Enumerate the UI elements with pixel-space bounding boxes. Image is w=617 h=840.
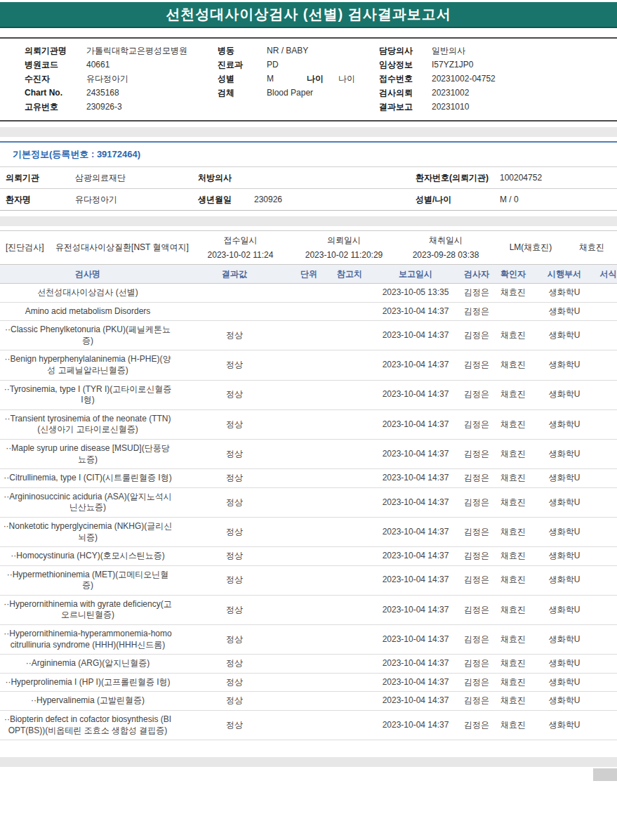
result-cell-examiner: 김정은 xyxy=(456,302,497,321)
result-cell-confirmer: 채효진 xyxy=(497,517,529,546)
result-cell-reported: 2023-10-04 14:37 xyxy=(375,380,456,409)
result-cell-result: 정상 xyxy=(175,565,293,595)
scrollbar-corner-button[interactable] xyxy=(593,768,617,781)
result-cell-reported: 2023-10-04 14:37 xyxy=(375,595,456,624)
request-datetime-field: 의뢰일시 2023-10-02 11:20:29 xyxy=(291,235,397,260)
col-header-test-name: 검사명 xyxy=(0,265,175,284)
info-row-sex-age: 성별 M 나이 나이 xyxy=(218,72,379,86)
col-header-reference: 참고치 xyxy=(324,265,375,284)
basic-info-requesting-org-label: 의뢰기관 xyxy=(0,172,75,184)
col-header-department: 시행부서 xyxy=(529,265,599,284)
report-title-banner: 선천성대사이상검사 (선별) 검사결과보고서 xyxy=(0,2,617,28)
result-cell-confirmer xyxy=(497,302,529,321)
field-label: 고유번호 xyxy=(25,101,86,113)
result-cell-ref xyxy=(324,673,375,692)
result-cell-unit xyxy=(293,547,324,566)
result-cell-name: ··Citrullinemia, type I (CIT)(시트룰린혈증 I형) xyxy=(0,469,175,488)
result-cell-result: 정상 xyxy=(175,692,293,711)
result-cell-examiner: 김정은 xyxy=(456,284,497,303)
result-cell-name: ··Hypermethioninemia (MET)(고메티오닌혈증) xyxy=(0,565,175,595)
info-row-department: 진료과 PD xyxy=(218,58,379,72)
result-cell-reported: 2023-10-04 14:37 xyxy=(375,655,456,674)
result-cell-name: ··Biopterin defect in cofactor biosynthe… xyxy=(0,711,175,740)
horizontal-scrollbar-track[interactable] xyxy=(0,757,617,767)
basic-info-requesting-org-value: 삼광의료재단 xyxy=(75,172,198,184)
result-cell-examiner: 김정은 xyxy=(456,547,497,566)
result-cell-unit xyxy=(293,284,324,303)
result-row[interactable]: ··Classic Phenylketonuria (PKU)(페닐케톤뇨증)정… xyxy=(0,321,617,350)
result-cell-unit xyxy=(293,673,324,692)
field-label: 진료과 xyxy=(218,59,267,71)
result-row[interactable]: ··Maple syrup urine disease [MSUD](단풍당뇨증… xyxy=(0,439,617,468)
result-cell-ref xyxy=(324,547,375,566)
collection-datetime-label: 채취일시 xyxy=(397,235,495,247)
result-cell-result: 정상 xyxy=(175,439,293,468)
result-row[interactable]: ··Argininemia (ARG)(알지닌혈증)정상2023-10-04 1… xyxy=(0,655,617,674)
result-cell-reported: 2023-10-04 14:37 xyxy=(375,711,456,740)
result-row[interactable]: ··Argininosuccinic aciduria (ASA)(알지노석시닌… xyxy=(0,487,617,517)
result-row[interactable]: Amino acid metabolism Disorders2023-10-0… xyxy=(0,302,617,321)
result-cell-confirmer: 채효진 xyxy=(497,625,529,655)
field-label: 수진자 xyxy=(25,73,86,85)
col-header-report-datetime: 보고일시 xyxy=(375,265,456,284)
result-cell-confirmer: 채효진 xyxy=(497,547,529,566)
result-cell-ref xyxy=(324,302,375,321)
result-cell-form xyxy=(599,517,617,546)
result-cell-unit xyxy=(293,692,324,711)
result-cell-reported: 2023-10-04 14:37 xyxy=(375,673,456,692)
info-row-patient: 수진자 유다정아기 xyxy=(25,72,218,86)
result-cell-unit xyxy=(293,595,324,624)
result-cell-examiner: 김정은 xyxy=(456,595,497,624)
result-cell-examiner: 김정은 xyxy=(456,350,497,380)
collection-datetime-field: 채취일시 2023-09-28 03:38 xyxy=(397,235,495,260)
result-row[interactable]: ··Benign hyperphenylalaninemia (H-PHE)(양… xyxy=(0,350,617,380)
field-value: 40661 xyxy=(86,60,110,70)
result-cell-confirmer: 채효진 xyxy=(497,469,529,488)
field-value: NR / BABY xyxy=(267,46,308,55)
field-label: 검사의뢰 xyxy=(379,87,432,99)
basic-info-patient-no-value: 100204752 xyxy=(500,173,617,183)
result-cell-confirmer: 채효진 xyxy=(497,655,529,674)
result-cell-form xyxy=(599,409,617,439)
result-cell-dept: 생화학U xyxy=(529,625,599,655)
result-cell-result xyxy=(175,284,293,303)
col-header-form: 서식 xyxy=(599,265,617,284)
results-table-header: 검사명 결과값 단위 참고치 보고일시 검사자 확인자 시행부서 서식 xyxy=(0,265,617,284)
result-cell-result: 정상 xyxy=(175,547,293,566)
diagnosis-tag: [진단검사] xyxy=(0,242,55,254)
field-value: 20231002-04752 xyxy=(432,74,496,84)
result-cell-unit xyxy=(293,380,324,409)
result-row[interactable]: ··Citrullinemia, type I (CIT)(시트룰린혈증 I형)… xyxy=(0,469,617,488)
field-value: Blood Paper xyxy=(267,88,313,98)
result-row[interactable]: ··Hyperornithinemia with gyrate deficien… xyxy=(0,595,617,624)
result-cell-result: 정상 xyxy=(175,655,293,674)
result-cell-unit xyxy=(293,302,324,321)
basic-info-sex-age-value: M / 0 xyxy=(500,195,617,204)
results-table: 검사명 결과값 단위 참고치 보고일시 검사자 확인자 시행부서 서식 선천성대… xyxy=(0,264,617,740)
request-datetime-label: 의뢰일시 xyxy=(291,235,397,247)
result-cell-confirmer: 채효진 xyxy=(497,284,529,303)
result-cell-result: 정상 xyxy=(175,350,293,380)
result-row[interactable]: ··Hypervalinemia (고발린혈증)정상2023-10-04 14:… xyxy=(0,692,617,711)
basic-info-patient-name-label: 환자명 xyxy=(0,194,75,206)
info-row-specimen: 검체 Blood Paper xyxy=(218,86,379,100)
result-cell-dept: 생화학U xyxy=(529,409,599,439)
result-cell-examiner: 김정은 xyxy=(456,625,497,655)
result-row[interactable]: ··Hyperornithinemia-hyperammonemia-homoc… xyxy=(0,625,617,655)
result-row[interactable]: ··Biopterin defect in cofactor biosynthe… xyxy=(0,711,617,740)
result-cell-reported: 2023-10-04 14:37 xyxy=(375,469,456,488)
result-row[interactable]: ··Tyrosinemia, type I (TYR I)(고타이로신혈증 I형… xyxy=(0,380,617,409)
basic-info-patient-name-value: 유다정아기 xyxy=(75,194,198,206)
result-row[interactable]: ··Homocystinuria (HCY)(호모시스틴뇨증)정상2023-10… xyxy=(0,547,617,566)
page-title: 선천성대사이상검사 (선별) 검사결과보고서 xyxy=(166,5,451,24)
result-row[interactable]: ··Hyperprolinemia I (HP I)(고프롤린혈증 I형)정상2… xyxy=(0,673,617,692)
result-cell-ref xyxy=(324,350,375,380)
field-value: I57YZ1JP0 xyxy=(432,60,473,70)
basic-info-row-1: 의뢰기관 삼광의료재단 처방의사 환자번호(의뢰기관) 100204752 xyxy=(0,167,617,189)
result-row[interactable]: 선천성대사이상검사 (선별)2023-10-05 13:35김정은채효진생화학U xyxy=(0,284,617,303)
result-cell-name: Amino acid metabolism Disorders xyxy=(0,302,175,321)
result-row[interactable]: ··Hypermethioninemia (MET)(고메티오닌혈증)정상202… xyxy=(0,565,617,595)
result-cell-confirmer: 채효진 xyxy=(497,439,529,468)
result-row[interactable]: ··Transient tyrosinemia of the neonate (… xyxy=(0,409,617,439)
result-row[interactable]: ··Nonketotic hyperglycinemia (NKHG)(글리신뇌… xyxy=(0,517,617,546)
